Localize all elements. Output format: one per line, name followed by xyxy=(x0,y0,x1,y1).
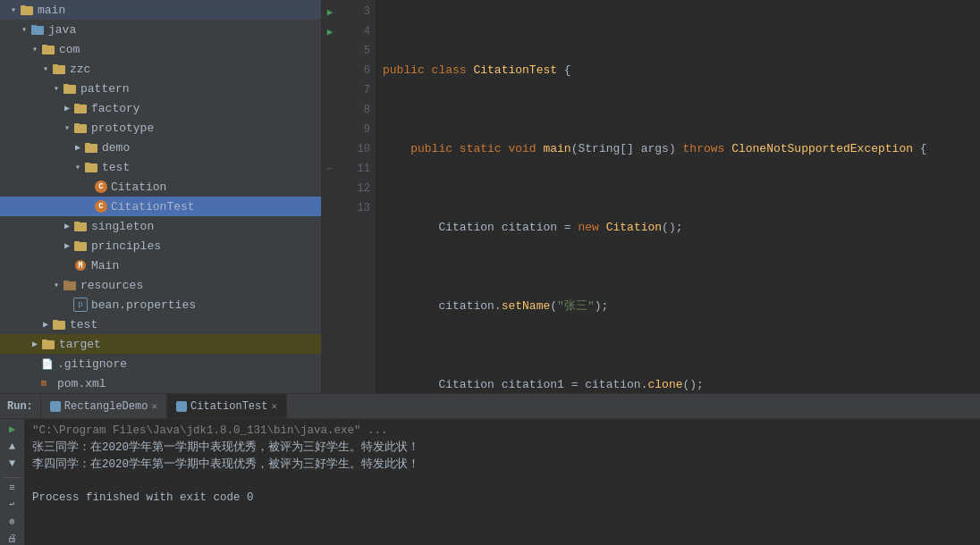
tree-item-factory[interactable]: ▶ factory xyxy=(0,98,321,118)
folder-icon-com xyxy=(41,42,55,56)
tree-item-zzc[interactable]: ▾ zzc xyxy=(0,59,321,79)
var-citation-6: citation xyxy=(438,297,494,316)
tree-label-test: test xyxy=(102,161,130,174)
kw-class: class xyxy=(432,61,474,80)
tree-label-zzc: zzc xyxy=(70,63,90,76)
tree-item-target[interactable]: ▶ target xyxy=(0,334,321,354)
tab-close-rectangle[interactable]: ✕ xyxy=(151,400,157,412)
line-gutter: ▶ 3 ▶ 4 5 6 7 8 xyxy=(322,0,376,393)
arrow-factory: ▶ xyxy=(61,102,73,114)
indent-4a xyxy=(383,139,410,159)
run-arrow-3[interactable]: ▶ xyxy=(322,6,338,18)
tree-item-test-root[interactable]: ▶ test xyxy=(0,314,321,334)
line-num-5: 5 xyxy=(338,45,376,57)
kw-static: static xyxy=(460,139,509,159)
run-arrow-4[interactable]: ▶ xyxy=(322,26,338,38)
line-num-8: 8 xyxy=(338,104,376,116)
type-string: String xyxy=(578,139,620,159)
line-num-4: 4 xyxy=(338,25,376,38)
eq-7: = xyxy=(571,375,586,393)
filter-btn[interactable]: ≡ xyxy=(3,481,22,495)
folder-icon-prototype xyxy=(73,121,88,135)
svg-rect-17 xyxy=(85,163,90,165)
tab-label-rectangle: RectangleDemo xyxy=(64,400,148,413)
tree-item-com[interactable]: ▾ com xyxy=(0,39,321,59)
arrow-com: ▾ xyxy=(29,43,41,55)
code-editor[interactable]: ▶ 3 ▶ 4 5 6 7 8 xyxy=(322,0,980,393)
tree-item-prototype[interactable]: ▾ prototype xyxy=(0,118,321,138)
folder-icon-pattern xyxy=(63,81,77,96)
scroll-up-btn[interactable]: ▲ xyxy=(3,440,22,454)
cls-citation-test: CitationTest xyxy=(473,61,563,80)
svg-rect-15 xyxy=(85,143,90,146)
tree-item-principles[interactable]: ▶ principles xyxy=(0,236,321,256)
tab-citation-test[interactable]: CitationTest ✕ xyxy=(167,394,287,418)
tree-label-com: com xyxy=(59,43,80,56)
tree-item-main[interactable]: ▾ main xyxy=(0,0,321,20)
tab-close-citation[interactable]: ✕ xyxy=(271,400,277,412)
print-btn[interactable]: 🖨 xyxy=(3,531,22,545)
line-num-10: 10 xyxy=(338,143,376,155)
svg-rect-13 xyxy=(74,123,80,126)
code-line-7: Citation citation1 = citation.clone(); xyxy=(383,375,980,393)
run-btn[interactable]: ▶ xyxy=(3,423,22,437)
code-area[interactable]: public class CitationTest { public stati… xyxy=(376,0,980,393)
tree-item-test-folder[interactable]: ▾ test xyxy=(0,157,321,177)
tree-label-main-class: Main xyxy=(91,259,119,272)
arrow-target: ▶ xyxy=(29,338,41,350)
arrow-java: ▾ xyxy=(18,23,30,36)
gutter-line-11: ⌐ 11 xyxy=(322,159,376,179)
folder-icon-java xyxy=(30,22,45,37)
gutter-line-4: ▶ 4 xyxy=(322,21,376,41)
scroll-down-btn[interactable]: ▼ xyxy=(3,457,22,471)
tree-label-citation-test: CitationTest xyxy=(111,200,195,214)
output-exit-code: Process finished with exit code 0 xyxy=(32,490,973,507)
arrow-test-root: ▶ xyxy=(39,318,52,331)
tree-item-pattern[interactable]: ▾ pattern xyxy=(0,79,321,98)
tree-label-pom: pom.xml xyxy=(57,377,106,390)
brace-open-4: { xyxy=(920,139,927,159)
gutter-line-10: 10 xyxy=(322,139,376,159)
var-citation1: citation1 xyxy=(502,375,571,393)
tree-label-java: java xyxy=(48,23,76,37)
arrow-test: ▾ xyxy=(72,161,84,173)
tree-item-gitignore[interactable]: 📄 .gitignore xyxy=(0,354,321,373)
arrow-prototype: ▾ xyxy=(61,122,73,134)
tree-item-pom-xml[interactable]: m pom.xml xyxy=(0,373,321,393)
tree-item-singleton[interactable]: ▶ singleton xyxy=(0,216,321,236)
gutter-line-8: 8 xyxy=(322,100,376,120)
main-class-icon: M xyxy=(73,258,88,272)
parens-7: (); xyxy=(683,375,704,393)
output-line-lisi: 李四同学：在2020学年第一学期中表现优秀，被评为三好学生。特发此状！ xyxy=(32,457,973,474)
folder-icon-main xyxy=(20,3,34,17)
gutter-line-5: 5 xyxy=(322,41,376,61)
output-line-zhangsan: 张三同学：在2020学年第一学期中表现优秀，被评为三好学生。特发此状！ xyxy=(32,440,973,457)
svg-rect-3 xyxy=(31,25,37,28)
tab-label-citation: CitationTest xyxy=(190,400,267,413)
wrap-btn[interactable]: ↩ xyxy=(3,497,22,511)
folder-icon-test-root xyxy=(52,317,66,331)
tree-label-principles: principles xyxy=(91,239,161,253)
xml-icon-pom: m xyxy=(41,379,54,389)
class-icon-citation-test: C xyxy=(95,200,107,213)
tree-item-citation[interactable]: C Citation xyxy=(0,177,321,197)
gutter-line-6: 6 xyxy=(322,61,376,80)
tab-icon-citation xyxy=(176,401,187,412)
paren-r: ) xyxy=(669,139,676,159)
tree-item-citation-test[interactable]: C CitationTest xyxy=(0,197,321,216)
clear-btn[interactable]: ⊗ xyxy=(3,514,22,528)
tree-item-demo[interactable]: ▶ demo xyxy=(0,138,321,157)
tree-item-bean-properties[interactable]: p bean.properties xyxy=(0,295,321,314)
kw-public-4: public xyxy=(410,139,460,159)
indent-5a xyxy=(383,218,438,238)
exc-clone: CloneNotSupportedException xyxy=(731,139,920,159)
arrow-singleton: ▶ xyxy=(61,220,73,232)
tree-item-resources[interactable]: ▾ resources xyxy=(0,275,321,295)
file-tree: ▾ main ▾ java ▾ com ▾ xyxy=(0,0,322,393)
code-line-5: Citation citation = new Citation(); xyxy=(383,218,980,238)
tree-label-target: target xyxy=(59,338,101,351)
tree-item-main-class[interactable]: M Main xyxy=(0,256,321,275)
tab-rectangle-demo[interactable]: RectangleDemo ✕ xyxy=(41,394,167,418)
tree-item-java[interactable]: ▾ java xyxy=(0,20,321,39)
svg-rect-1 xyxy=(21,5,26,8)
